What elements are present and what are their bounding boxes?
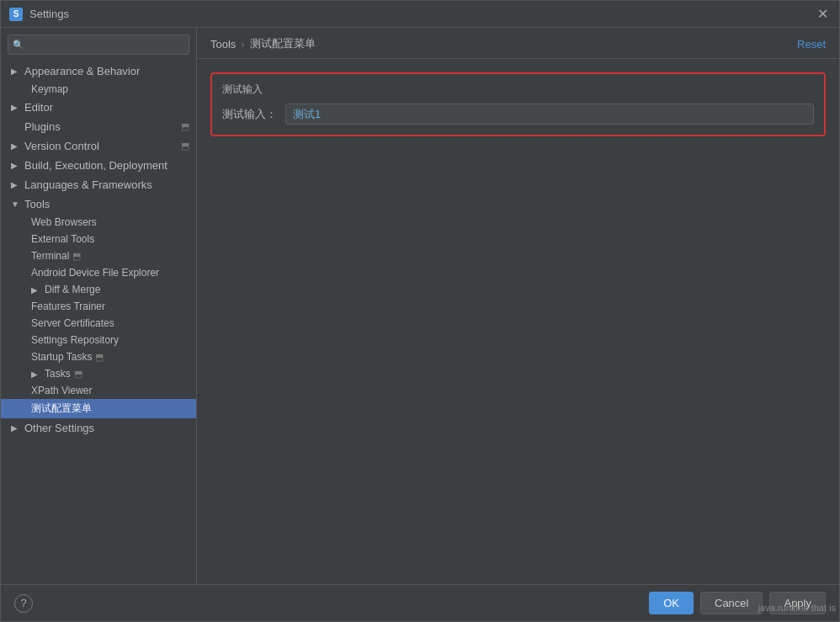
sidebar-item-version-control[interactable]: ▶ Version Control ⬒	[1, 136, 196, 156]
chevron-right-icon: ▶	[11, 103, 21, 112]
panel-body: 测试输入 测试输入：	[197, 59, 839, 584]
sidebar-item-tasks[interactable]: ▶ Tasks ⬒	[1, 365, 196, 382]
settings-group-test-input: 测试输入 测试输入：	[210, 72, 826, 136]
setting-label: 测试输入：	[222, 107, 277, 122]
terminal-badge-icon: ⬒	[72, 251, 81, 262]
chevron-right-icon: ▶	[11, 161, 21, 170]
group-title: 测试输入	[222, 82, 814, 97]
reset-button[interactable]: Reset	[797, 38, 826, 51]
app-icon: S	[9, 8, 23, 21]
search-box: 🔍	[8, 35, 189, 55]
version-control-badge-icon: ⬒	[181, 141, 189, 152]
search-icon: 🔍	[13, 40, 24, 51]
sidebar-item-diff-merge[interactable]: ▶ Diff & Merge	[1, 281, 196, 298]
sidebar-item-test-menu[interactable]: 测试配置菜单	[1, 399, 196, 418]
sidebar-item-appearance[interactable]: ▶ Appearance & Behavior	[1, 61, 196, 81]
settings-window: S Settings ✕ 🔍 ▶ Appearance & Behavior K…	[0, 0, 840, 622]
sidebar-item-web-browsers[interactable]: Web Browsers	[1, 214, 196, 231]
chevron-right-icon: ▶	[31, 369, 41, 379]
breadcrumb-current: 测试配置菜单	[250, 36, 316, 51]
test-input-field[interactable]	[285, 104, 814, 125]
sidebar-item-external-tools[interactable]: External Tools	[1, 231, 196, 247]
title-bar: S Settings ✕	[1, 1, 839, 28]
sidebar-item-languages[interactable]: ▶ Languages & Frameworks	[1, 175, 196, 194]
search-input[interactable]	[8, 35, 189, 55]
sidebar-item-plugins[interactable]: ▶ Plugins ⬒	[1, 117, 196, 136]
chevron-right-icon: ▶	[11, 66, 21, 76]
window-title: Settings	[29, 8, 814, 20]
sidebar-item-android-device[interactable]: Android Device File Explorer	[1, 264, 196, 281]
sidebar-item-startup-tasks[interactable]: Startup Tasks ⬒	[1, 348, 196, 365]
sidebar-item-build[interactable]: ▶ Build, Execution, Deployment	[1, 156, 196, 175]
chevron-right-icon: ▶	[31, 285, 41, 295]
chevron-right-icon: ▶	[11, 423, 21, 433]
plugins-badge-icon: ⬒	[181, 121, 189, 132]
footer: ? OK Cancel Apply	[1, 584, 839, 621]
close-button[interactable]: ✕	[814, 6, 831, 23]
breadcrumb: Tools › 测试配置菜单	[210, 36, 797, 51]
sidebar-item-editor[interactable]: ▶ Editor	[1, 98, 196, 117]
sidebar-item-keymap[interactable]: Keymap	[1, 81, 196, 98]
sidebar-item-settings-repository[interactable]: Settings Repository	[1, 332, 196, 348]
ok-button[interactable]: OK	[649, 592, 694, 614]
breadcrumb-root: Tools	[210, 38, 236, 51]
chevron-right-icon: ▶	[11, 180, 21, 189]
help-button[interactable]: ?	[14, 594, 33, 613]
startup-tasks-badge-icon: ⬒	[95, 352, 104, 363]
panel-header: Tools › 测试配置菜单 Reset	[197, 28, 839, 59]
chevron-right-icon: ▶	[11, 141, 21, 151]
sidebar-item-features-trainer[interactable]: Features Trainer	[1, 298, 196, 315]
watermark-text: java.runtime that is	[758, 603, 839, 613]
chevron-down-icon: ▼	[11, 199, 21, 209]
tasks-badge-icon: ⬒	[74, 369, 82, 380]
setting-row: 测试输入：	[222, 104, 814, 125]
breadcrumb-separator: ›	[241, 38, 244, 51]
right-panel: Tools › 测试配置菜单 Reset 测试输入 测试输入：	[197, 28, 839, 584]
sidebar: 🔍 ▶ Appearance & Behavior Keymap ▶ Edito…	[1, 28, 197, 584]
cancel-button[interactable]: Cancel	[700, 592, 763, 614]
sidebar-item-tools[interactable]: ▼ Tools	[1, 194, 196, 214]
main-content: 🔍 ▶ Appearance & Behavior Keymap ▶ Edito…	[1, 28, 839, 584]
sidebar-item-xpath-viewer[interactable]: XPath Viewer	[1, 382, 196, 399]
sidebar-item-other-settings[interactable]: ▶ Other Settings	[1, 418, 196, 438]
sidebar-item-server-certificates[interactable]: Server Certificates	[1, 315, 196, 332]
sidebar-item-terminal[interactable]: Terminal ⬒	[1, 247, 196, 264]
